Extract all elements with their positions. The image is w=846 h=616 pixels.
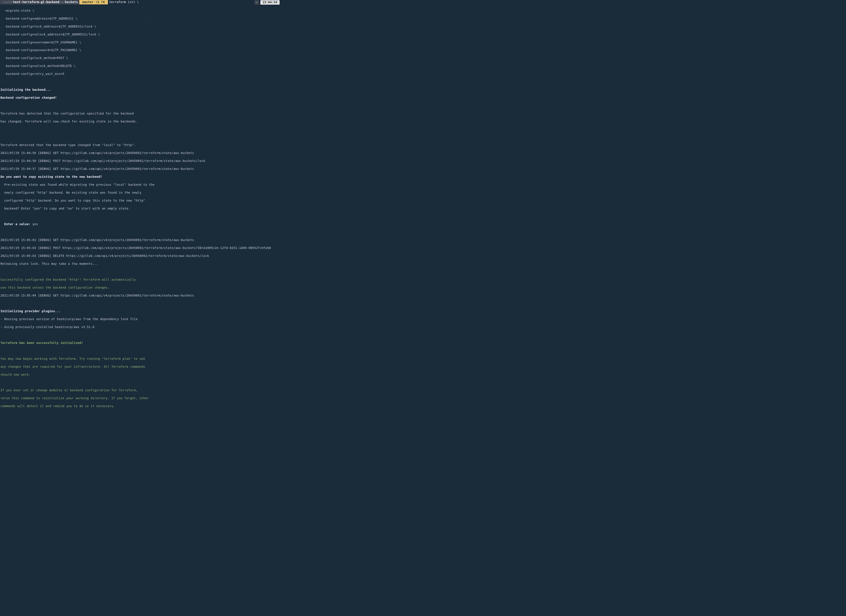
- prompt-line: ~/w/b/test-terraform-gl-backend/a/bucket…: [0, 0, 281, 4]
- section-header: Initializing provider plugins...: [0, 309, 281, 313]
- success-line: Successfully configured the backend "htt…: [0, 278, 281, 282]
- cmd-cont-line: -backend-config=username=${TF_USERNAME} …: [0, 41, 281, 44]
- blank-line: [0, 215, 281, 218]
- success-line: You may now begin working with Terraform…: [0, 357, 281, 361]
- cmd-cont-line: -backend-config=address=${TF_ADDRESS} \: [0, 17, 281, 21]
- blank-line: [0, 301, 281, 305]
- input-prompt-value: yes: [31, 222, 38, 226]
- output-line: Terraform has detected that the configur…: [0, 112, 281, 116]
- output-line: - Using previously-installed hashicorp/a…: [0, 325, 281, 329]
- input-prompt-line[interactable]: Enter a value: yes: [0, 222, 281, 226]
- blank-line: [0, 270, 281, 274]
- section-header: Initializing the backend...: [0, 88, 281, 92]
- blank-line: [0, 80, 281, 84]
- cmd-cont-line: -backend-config=lock_method=POST \: [0, 56, 281, 60]
- cmd-cont-line: -backend-config=unlock_method=DELETE \: [0, 64, 281, 68]
- cmd-cont-line: -migrate-state \: [0, 9, 281, 13]
- success-line: any changes that are required for your i…: [0, 365, 281, 369]
- cmd-cont-line: -backend-config=lock_address=${TF_ADDRES…: [0, 25, 281, 29]
- blank-line: [0, 333, 281, 337]
- blank-line: [0, 135, 281, 139]
- blank-line: [0, 349, 281, 353]
- log-line: 2021/07/29 15:05:04 [DEBUG] GET https://…: [0, 294, 281, 298]
- log-line: 2021/07/29 15:05:02 [DEBUG] POST https:/…: [0, 246, 281, 250]
- success-line: should now work.: [0, 373, 281, 377]
- terminal-output[interactable]: -migrate-state \ -backend-config=address…: [0, 4, 281, 416]
- cmd-cont-line: -backend-config=retry_wait_min=5: [0, 72, 281, 76]
- success-line: If you ever set or change modules or bac…: [0, 388, 281, 393]
- typed-command[interactable]: terraform init \: [108, 0, 140, 4]
- output-line: - Reusing previous version of hashicorp/…: [0, 317, 281, 321]
- log-line: 2021/07/29 15:04:56 [DEBUG] POST https:/…: [0, 159, 281, 163]
- success-line: commands will detect it and remind you t…: [0, 404, 281, 408]
- success-line: use this backend unless the backend conf…: [0, 286, 281, 290]
- blank-line: [0, 128, 281, 132]
- success-header: Terraform has been successfully initiali…: [0, 341, 281, 345]
- log-line: 2021/07/29 15:05:02 [DEBUG] GET https://…: [0, 238, 281, 242]
- output-line: configured "http" backend. Do you want t…: [0, 199, 281, 203]
- blank-line: [0, 230, 281, 234]
- prompt-question: Do you want to copy existing state to th…: [0, 175, 281, 179]
- blank-line: [0, 381, 281, 385]
- output-line: newly configured "http" backend. No exis…: [0, 191, 281, 195]
- output-line: Terraform detected that the backend type…: [0, 143, 281, 147]
- section-header: Backend configuration changed!: [0, 96, 281, 100]
- log-line: 2021/07/29 15:04:56 [DEBUG] GET https://…: [0, 151, 281, 155]
- blank-line: [0, 104, 281, 108]
- terminal-window[interactable]: -backend-config=address=${TF_ADDRESS} \ …: [0, 0, 281, 205]
- input-prompt-label: Enter a value:: [0, 222, 31, 226]
- success-line: rerun this command to reinitialize your …: [0, 396, 281, 400]
- output-line: Pre-existing state was found while migra…: [0, 183, 281, 187]
- output-line: backend? Enter "yes" to copy and "no" to…: [0, 207, 281, 211]
- git-branch-badge: master !3 ?4: [79, 0, 108, 4]
- log-line: 2021/07/29 15:04:57 [DEBUG] GET https://…: [0, 167, 281, 171]
- output-line: Releasing state lock. This may take a fe…: [0, 262, 281, 266]
- log-line: 2021/07/29 15:05:03 [DEBUG] DELETE https…: [0, 254, 281, 258]
- cmd-cont-line: -backend-config=password=${TF_PASSWORD} …: [0, 48, 281, 52]
- cmd-cont-line: -backend-config=unlock_address=${TF_ADDR…: [0, 32, 281, 37]
- output-line: has changed. Terraform will now check fo…: [0, 120, 281, 123]
- cwd-path: ~/w/b/test-terraform-gl-backend/a/bucket…: [0, 0, 79, 4]
